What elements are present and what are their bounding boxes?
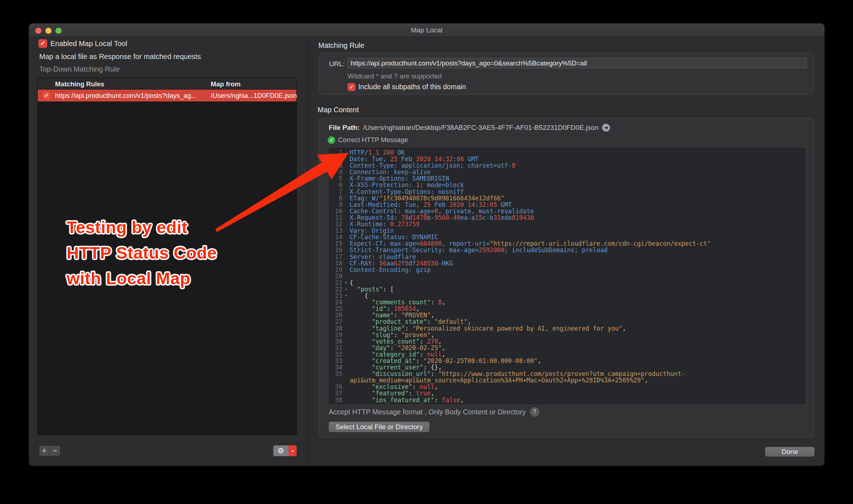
code-text: "current_user": {}, xyxy=(350,364,805,371)
line-number: 5 xyxy=(329,175,342,182)
line-number: 17 xyxy=(329,254,342,260)
code-text: CF-RAY: 56aa62f8df248530-HKG xyxy=(350,260,805,267)
fold-gutter xyxy=(342,260,350,267)
accept-format-note-row: Accept HTTP Message format , Only Body C… xyxy=(329,407,539,417)
rule-enabled-checkbox[interactable]: ✓ xyxy=(43,92,50,99)
gear-menu-control: ⚙ ⌄ xyxy=(273,445,297,456)
column-divider xyxy=(54,79,54,88)
fold-gutter xyxy=(342,397,350,403)
reveal-file-icon[interactable]: ➜ xyxy=(602,124,610,132)
line-number: 9 xyxy=(329,201,342,208)
fold-gutter xyxy=(342,299,350,305)
status-label: Correct HTTP Message xyxy=(338,136,408,144)
rules-table-body: ✓https://api.producthunt.com/v1/posts?da… xyxy=(38,90,296,101)
help-button[interactable]: ? xyxy=(530,407,539,417)
line-number: 10 xyxy=(329,208,342,214)
code-text: "comments_count": 8, xyxy=(350,299,805,305)
fold-gutter xyxy=(342,234,350,240)
code-text: X-Runtime: 0.273759 xyxy=(350,221,805,227)
matching-rule-section-label: Matching Rule xyxy=(318,41,364,50)
add-rule-button[interactable]: + xyxy=(39,445,50,456)
titlebar: Map Local xyxy=(29,23,825,37)
code-line: 32 "category_id": null, xyxy=(329,351,805,358)
remove-rule-button[interactable]: − xyxy=(50,445,60,456)
fold-gutter xyxy=(342,227,350,234)
code-line: 3Content-Type: application/json; charset… xyxy=(329,162,805,169)
add-remove-control: + − xyxy=(39,445,60,456)
line-number: 13 xyxy=(329,227,342,234)
fold-marker-icon[interactable]: ▾ xyxy=(342,286,350,292)
code-line: 7X-Content-Type-Options: nosniff xyxy=(329,189,805,195)
code-line: 20 xyxy=(329,273,805,280)
done-button[interactable]: Done xyxy=(765,447,814,457)
column-divider xyxy=(208,79,208,88)
table-header: Matching Rules Map from xyxy=(38,78,296,90)
status-check-icon: ✓ xyxy=(328,136,335,144)
line-number: 21 xyxy=(329,280,342,286)
code-text: "posts": [ xyxy=(350,286,805,292)
code-text: "votes_count": 270, xyxy=(350,338,805,345)
screen: Map Local ✓ Enabled Map Local Tool Map a… xyxy=(0,0,853,504)
url-input[interactable] xyxy=(347,58,807,68)
fold-gutter xyxy=(342,240,350,247)
select-local-file-button[interactable]: Select Local File or Directory xyxy=(329,422,430,432)
gear-icon[interactable]: ⚙ xyxy=(273,445,288,456)
map-local-subtitle: Map a local file as Response for matched… xyxy=(39,53,201,61)
code-line: 19Content-Encoding: gzip xyxy=(329,267,805,273)
line-number: 19 xyxy=(329,267,342,273)
line-number: 16 xyxy=(329,247,342,253)
code-line: 11X-Request-Id: 78d1470b-9568-40ea-a15c-… xyxy=(329,214,805,221)
chevron-down-icon[interactable]: ⌄ xyxy=(288,445,297,456)
code-line: 10Cache-Control: max-age=0, private, mus… xyxy=(329,208,805,214)
line-number: 15 xyxy=(329,240,342,247)
subpaths-checkbox[interactable]: ✓ xyxy=(347,83,355,91)
fold-marker-icon[interactable]: ▾ xyxy=(342,280,350,286)
line-number: 28 xyxy=(329,325,342,332)
annotation-line: with Local Map xyxy=(67,265,217,291)
fold-gutter xyxy=(342,162,350,169)
code-text: "exclusive": null, xyxy=(350,383,805,390)
code-line: 2Date: Tue, 25 Feb 2020 14:32:06 GMT xyxy=(329,156,805,162)
line-number: 8 xyxy=(329,195,342,201)
line-number: 24 xyxy=(329,299,342,305)
code-text: ETag: W/"1fc304940078c9d0901666434e12df6… xyxy=(350,195,805,201)
code-text: "id": 185654, xyxy=(350,305,805,312)
fold-gutter xyxy=(342,305,350,312)
fold-gutter xyxy=(342,221,350,227)
matching-rule-groupbox: URL: Wildcard * and ? are supported ✓ In… xyxy=(319,53,814,95)
annotation-text: Testing by editHTTP Status Codewith Loca… xyxy=(67,214,217,291)
fold-gutter xyxy=(342,247,350,253)
line-number: 36 xyxy=(329,383,342,390)
code-line: 28 "tagline": "Personalized skincare pow… xyxy=(329,325,805,332)
fold-gutter xyxy=(342,149,350,156)
table-row[interactable]: ✓https://api.producthunt.com/v1/posts?da… xyxy=(38,90,296,101)
fold-gutter xyxy=(342,325,350,332)
enabled-checkbox[interactable]: ✓ xyxy=(39,39,47,48)
fold-marker-icon[interactable]: ▾ xyxy=(342,292,350,299)
code-lines: 1HTTP/1.1 200 OK2Date: Tue, 25 Feb 2020 … xyxy=(329,149,805,403)
fold-gutter xyxy=(342,208,350,214)
http-message-status-row: ✓ Correct HTTP Message xyxy=(328,136,408,144)
code-line: 21▾{ xyxy=(329,280,805,286)
map-content-groupbox: File Path: /Users/nghiatran/Desktop/F38A… xyxy=(319,118,814,437)
rule-map-from-cell: /Users/nghia...1D0FD0E.json xyxy=(211,92,297,100)
line-number: 14 xyxy=(329,234,342,240)
fold-gutter xyxy=(342,273,350,280)
http-message-editor[interactable]: 1HTTP/1.1 200 OK2Date: Tue, 25 Feb 2020 … xyxy=(329,148,805,404)
column-header-map-from[interactable]: Map from xyxy=(211,80,241,88)
code-text: "discussion_url": "https://www.producthu… xyxy=(350,371,805,383)
code-text: Server: cloudflare xyxy=(350,254,805,260)
fold-gutter xyxy=(342,214,350,221)
code-line: 14CF-Cache-Status: DYNAMIC xyxy=(329,234,805,240)
enable-map-local-row: ✓ Enabled Map Local Tool xyxy=(39,39,127,48)
fold-gutter xyxy=(342,351,350,358)
panel-divider xyxy=(307,37,308,466)
line-number: 23 xyxy=(329,292,342,299)
column-header-matching-rules[interactable]: Matching Rules xyxy=(55,80,104,88)
line-number: 37 xyxy=(329,390,342,396)
code-text: X-Content-Type-Options: nosniff xyxy=(350,189,805,195)
line-number: 1 xyxy=(329,149,342,156)
line-number: 30 xyxy=(329,338,342,345)
map-content-section-label: Map Content xyxy=(318,106,359,114)
code-text: "featured": true, xyxy=(350,390,805,396)
